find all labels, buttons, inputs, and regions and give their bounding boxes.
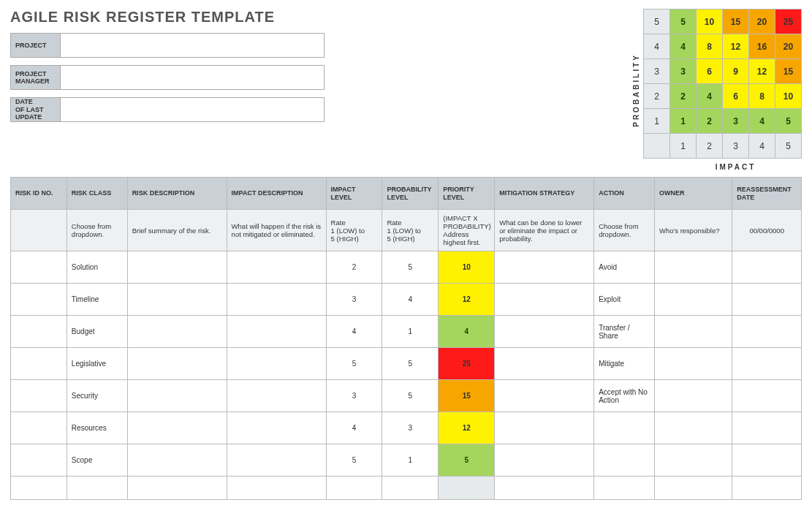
table-cell[interactable]: Accept with No Action bbox=[594, 380, 655, 412]
table-cell[interactable] bbox=[732, 477, 802, 500]
table-row[interactable]: Timeline3412Exploit bbox=[11, 284, 802, 316]
table-cell[interactable]: Mitigate bbox=[594, 348, 655, 380]
table-cell[interactable]: Security bbox=[67, 380, 127, 412]
table-cell[interactable] bbox=[495, 412, 594, 444]
table-row[interactable]: Legislative5525Mitigate bbox=[11, 348, 802, 380]
table-cell[interactable] bbox=[127, 284, 227, 316]
table-cell[interactable] bbox=[732, 284, 802, 316]
table-cell[interactable] bbox=[654, 380, 732, 412]
table-cell[interactable] bbox=[495, 477, 594, 500]
table-cell[interactable]: 1 bbox=[382, 444, 439, 477]
table-cell[interactable]: Budget bbox=[67, 316, 127, 348]
table-cell[interactable] bbox=[732, 316, 802, 348]
table-cell[interactable] bbox=[11, 412, 67, 444]
table-row[interactable]: Resources4312 bbox=[11, 412, 802, 444]
table-cell[interactable] bbox=[654, 284, 732, 316]
table-cell[interactable] bbox=[11, 477, 67, 500]
table-cell[interactable]: 2 bbox=[326, 251, 382, 284]
table-cell[interactable] bbox=[732, 444, 802, 477]
table-cell[interactable] bbox=[594, 477, 655, 500]
table-cell[interactable] bbox=[654, 316, 732, 348]
table-cell[interactable] bbox=[227, 284, 326, 316]
table-cell[interactable]: 12 bbox=[439, 412, 495, 444]
table-cell[interactable]: 3 bbox=[326, 380, 382, 412]
table-cell[interactable] bbox=[227, 348, 326, 380]
table-cell[interactable]: 1 bbox=[382, 316, 439, 348]
table-cell[interactable] bbox=[495, 348, 594, 380]
table-cell[interactable] bbox=[127, 251, 227, 284]
table-cell[interactable] bbox=[127, 444, 227, 477]
table-cell[interactable] bbox=[127, 316, 227, 348]
table-cell[interactable] bbox=[654, 348, 732, 380]
project-input[interactable] bbox=[61, 34, 324, 57]
table-cell[interactable] bbox=[594, 444, 655, 477]
table-cell[interactable] bbox=[654, 444, 732, 477]
table-row[interactable]: Scope515 bbox=[11, 444, 802, 477]
table-cell[interactable] bbox=[654, 412, 732, 444]
table-cell[interactable] bbox=[227, 380, 326, 412]
table-cell[interactable] bbox=[227, 444, 326, 477]
table-cell[interactable] bbox=[127, 348, 227, 380]
table-cell[interactable]: 12 bbox=[439, 284, 495, 316]
table-cell[interactable]: Timeline bbox=[67, 284, 127, 316]
table-cell[interactable] bbox=[495, 444, 594, 477]
table-cell[interactable]: 5 bbox=[439, 444, 495, 477]
table-cell[interactable] bbox=[654, 251, 732, 284]
table-cell[interactable]: 15 bbox=[439, 380, 495, 412]
table-row[interactable]: Security3515Accept with No Action bbox=[11, 380, 802, 412]
table-cell[interactable] bbox=[594, 412, 655, 444]
table-cell[interactable] bbox=[11, 380, 67, 412]
table-cell[interactable]: Solution bbox=[67, 251, 127, 284]
table-cell[interactable]: 5 bbox=[326, 348, 382, 380]
table-cell[interactable] bbox=[127, 412, 227, 444]
table-cell[interactable] bbox=[127, 477, 227, 500]
table-cell[interactable]: 10 bbox=[439, 251, 495, 284]
table-cell[interactable] bbox=[11, 316, 67, 348]
table-row-empty[interactable] bbox=[11, 477, 802, 500]
table-cell[interactable] bbox=[732, 348, 802, 380]
table-cell[interactable] bbox=[382, 477, 439, 500]
table-cell[interactable] bbox=[227, 251, 326, 284]
table-cell[interactable] bbox=[11, 284, 67, 316]
table-cell[interactable]: 3 bbox=[326, 284, 382, 316]
table-cell[interactable] bbox=[67, 477, 127, 500]
table-cell[interactable]: Legislative bbox=[67, 348, 127, 380]
table-cell[interactable] bbox=[495, 251, 594, 284]
date-input[interactable] bbox=[61, 98, 324, 121]
table-cell[interactable]: Avoid bbox=[594, 251, 655, 284]
table-cell[interactable] bbox=[495, 284, 594, 316]
table-row[interactable]: Budget414Transfer / Share bbox=[11, 316, 802, 348]
table-cell[interactable]: 5 bbox=[382, 251, 439, 284]
table-cell[interactable]: 25 bbox=[439, 348, 495, 380]
table-cell[interactable]: Scope bbox=[67, 444, 127, 477]
table-cell[interactable]: 5 bbox=[382, 380, 439, 412]
table-cell[interactable] bbox=[11, 251, 67, 284]
table-cell[interactable] bbox=[227, 477, 326, 500]
table-cell[interactable] bbox=[654, 477, 732, 500]
manager-label: PROJECT MANAGER bbox=[11, 66, 61, 89]
table-cell[interactable]: 4 bbox=[439, 316, 495, 348]
table-cell[interactable] bbox=[11, 444, 67, 477]
table-cell[interactable] bbox=[732, 412, 802, 444]
table-cell[interactable]: Exploit bbox=[594, 284, 655, 316]
table-cell[interactable] bbox=[227, 412, 326, 444]
table-cell[interactable] bbox=[227, 316, 326, 348]
table-cell[interactable] bbox=[11, 348, 67, 380]
table-row[interactable]: Solution2510Avoid bbox=[11, 251, 802, 284]
table-cell[interactable] bbox=[495, 316, 594, 348]
table-cell[interactable]: 5 bbox=[382, 348, 439, 380]
table-cell[interactable] bbox=[127, 380, 227, 412]
table-cell[interactable]: Resources bbox=[67, 412, 127, 444]
table-cell[interactable] bbox=[732, 380, 802, 412]
table-cell[interactable] bbox=[495, 380, 594, 412]
table-cell[interactable]: Transfer / Share bbox=[594, 316, 655, 348]
table-cell[interactable]: 5 bbox=[326, 444, 382, 477]
table-cell[interactable]: 4 bbox=[326, 316, 382, 348]
table-cell[interactable] bbox=[326, 477, 382, 500]
manager-input[interactable] bbox=[61, 66, 324, 89]
table-cell[interactable]: 4 bbox=[326, 412, 382, 444]
table-cell[interactable]: 4 bbox=[382, 284, 439, 316]
table-cell[interactable] bbox=[439, 477, 495, 500]
table-cell[interactable] bbox=[732, 251, 802, 284]
table-cell[interactable]: 3 bbox=[382, 412, 439, 444]
